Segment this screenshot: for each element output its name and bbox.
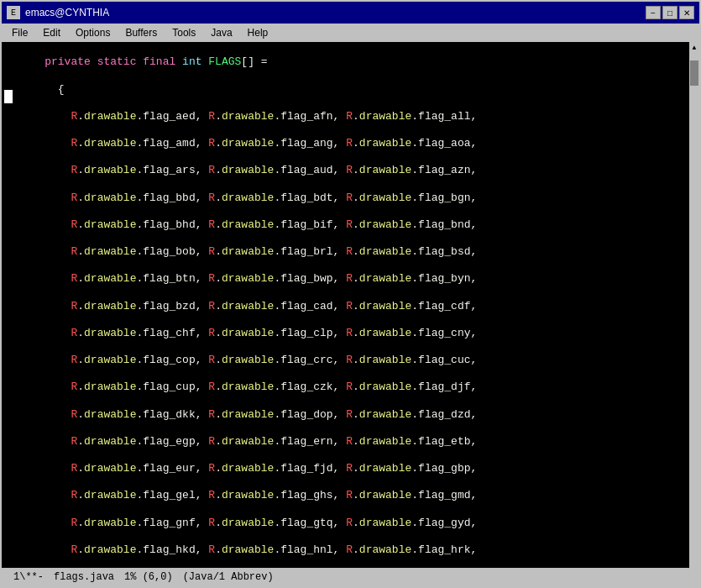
code-line: R.drawable.flag_bbd, R.drawable.flag_bdt…	[18, 192, 686, 205]
code-line: R.drawable.flag_cop, R.drawable.flag_crc…	[18, 354, 686, 367]
code-line: R.drawable.flag_egp, R.drawable.flag_ern…	[18, 435, 686, 449]
code-line: {	[18, 83, 686, 97]
code-line: R.drawable.flag_gel, R.drawable.flag_ghs…	[18, 489, 686, 502]
code-line: R.drawable.flag_cup, R.drawable.flag_czk…	[18, 381, 686, 394]
code-line: R.drawable.flag_gnf, R.drawable.flag_gtq…	[18, 517, 686, 530]
code-editor[interactable]: private static final int FLAGS[] = { R.d…	[15, 42, 689, 568]
code-line: R.drawable.flag_chf, R.drawable.flag_clp…	[18, 327, 686, 340]
maximize-button[interactable]: □	[662, 6, 677, 19]
status-filename: flags.java	[49, 571, 119, 583]
code-line: private static final int FLAGS[] =	[18, 55, 686, 69]
code-line: R.drawable.flag_amd, R.drawable.flag_ang…	[18, 137, 686, 150]
status-mode: 1\**-	[8, 571, 49, 583]
cursor	[4, 90, 13, 103]
editor-area: private static final int FLAGS[] = { R.d…	[2, 42, 699, 568]
code-line: R.drawable.flag_eur, R.drawable.flag_fjd…	[18, 462, 686, 475]
code-line: R.drawable.flag_bzd, R.drawable.flag_cad…	[18, 300, 686, 313]
app-icon: E	[7, 6, 20, 19]
status-position: 1% (6,0)	[119, 571, 178, 583]
menu-tools[interactable]: Tools	[165, 25, 202, 40]
window-title: emacs@CYNTHIA	[25, 7, 109, 18]
title-bar: E emacs@CYNTHIA − □ ✕	[2, 2, 699, 24]
title-bar-left: E emacs@CYNTHIA	[7, 6, 109, 19]
title-buttons: − □ ✕	[646, 6, 694, 19]
menu-java[interactable]: Java	[204, 25, 238, 40]
minimize-button[interactable]: −	[646, 6, 661, 19]
status-extra: (Java/1 Abbrev)	[178, 571, 279, 583]
code-line: R.drawable.flag_bob, R.drawable.flag_brl…	[18, 245, 686, 259]
code-line: R.drawable.flag_dkk, R.drawable.flag_dop…	[18, 408, 686, 422]
status-bar: 1\**- flags.java 1% (6,0) (Java/1 Abbrev…	[2, 568, 699, 586]
menu-bar: File Edit Options Buffers Tools Java Hel…	[2, 24, 699, 42]
main-window: E emacs@CYNTHIA − □ ✕ File Edit Options …	[0, 0, 701, 588]
menu-edit[interactable]: Edit	[36, 25, 67, 40]
menu-buffers[interactable]: Buffers	[118, 25, 164, 40]
menu-help[interactable]: Help	[241, 25, 275, 40]
scroll-up-arrow[interactable]: ▲	[689, 42, 699, 52]
vertical-scrollbar[interactable]: ▲	[689, 42, 699, 568]
code-line: R.drawable.flag_btn, R.drawable.flag_bwp…	[18, 272, 686, 286]
menu-file[interactable]: File	[5, 25, 34, 40]
close-button[interactable]: ✕	[679, 6, 694, 19]
code-line: R.drawable.flag_aed, R.drawable.flag_afn…	[18, 110, 686, 123]
line-indicator	[2, 42, 15, 568]
code-line: R.drawable.flag_bhd, R.drawable.flag_bif…	[18, 218, 686, 232]
scrollbar-thumb[interactable]	[690, 60, 698, 86]
code-line: R.drawable.flag_hkd, R.drawable.flag_hnl…	[18, 543, 686, 557]
code-line: R.drawable.flag_ars, R.drawable.flag_aud…	[18, 164, 686, 177]
menu-options[interactable]: Options	[69, 25, 117, 40]
